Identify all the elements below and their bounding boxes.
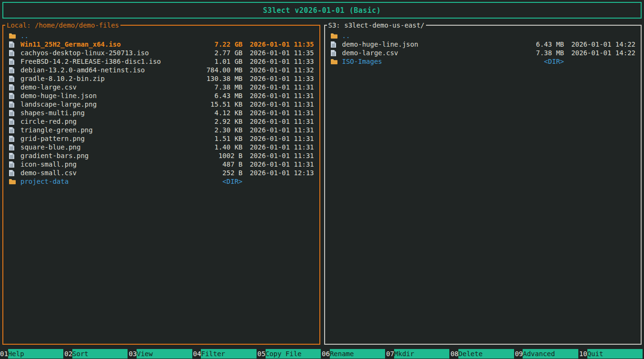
- fkey-label: Rename: [330, 349, 385, 359]
- file-row[interactable]: cachyos-desktop-linux-250713.iso2.77 GB2…: [6, 49, 314, 57]
- file-name: ISO-Images: [342, 57, 503, 66]
- fkey-label: Copy File: [266, 349, 321, 359]
- file-row[interactable]: demo-huge-line.json6.43 MB2026-01-01 11:…: [6, 91, 314, 100]
- file-size: 252 B: [181, 169, 243, 177]
- file-icon: [328, 41, 342, 48]
- fkey-copy-file[interactable]: 05Copy File: [258, 349, 321, 359]
- file-name: Win11_25H2_German_x64.iso: [20, 40, 181, 49]
- file-size: <DIR>: [502, 57, 564, 66]
- file-date: 2026-01-01 11:35: [243, 40, 314, 49]
- file-size: 1002 B: [181, 151, 243, 160]
- file-name: triangle-green.png: [20, 126, 181, 134]
- file-icon: [6, 93, 20, 99]
- fkey-sort[interactable]: 02Sort: [64, 349, 128, 359]
- fkey-number: 02: [64, 349, 72, 359]
- function-key-bar: 01Help02Sort03View04Filter05Copy File06R…: [0, 349, 644, 359]
- fkey-number: 05: [258, 349, 266, 359]
- fkey-label: Filter: [201, 349, 256, 359]
- file-row[interactable]: shapes-multi.png4.12 KB2026-01-01 11:31: [6, 109, 314, 117]
- file-name: demo-large.csv: [342, 49, 503, 57]
- app-title: S3lect v2026-01-01 (Basic): [263, 6, 381, 15]
- file-date: 2026-01-01 11:33: [243, 57, 314, 66]
- file-size: 2.92 KB: [181, 117, 243, 126]
- file-name: landscape-large.png: [20, 100, 181, 109]
- file-size: 6.43 MB: [181, 91, 243, 100]
- folder-icon: [6, 33, 20, 39]
- dir-row[interactable]: ..: [6, 31, 314, 40]
- file-row[interactable]: icon-small.png487 B2026-01-01 11:31: [6, 160, 314, 169]
- file-icon: [6, 50, 20, 56]
- file-row[interactable]: demo-large.csv7.38 MB2026-01-01 11:31: [6, 83, 314, 91]
- file-date: 2026-01-01 11:35: [243, 49, 314, 57]
- file-row[interactable]: grid-pattern.png1.51 KB2026-01-01 11:31: [6, 134, 314, 143]
- file-date: 2026-01-01 11:33: [243, 74, 314, 83]
- file-row[interactable]: landscape-large.png15.51 KB2026-01-01 11…: [6, 100, 314, 109]
- file-size: 1.01 GB: [181, 57, 243, 66]
- file-date: 2026-01-01 11:31: [243, 117, 314, 126]
- file-icon: [6, 144, 20, 150]
- fkey-label: Advanced: [523, 349, 578, 359]
- file-icon: [6, 76, 20, 82]
- fkey-label: Mkdir: [394, 349, 449, 359]
- folder-icon: [328, 33, 342, 39]
- file-name: ..: [342, 31, 503, 40]
- file-name: demo-small.csv: [20, 169, 181, 177]
- dir-row[interactable]: project-data<DIR>: [6, 177, 314, 186]
- fkey-number: 04: [193, 349, 201, 359]
- file-row[interactable]: demo-large.csv7.38 MB2026-01-01 14:22: [328, 49, 636, 57]
- file-size: 2.30 KB: [181, 126, 243, 134]
- fkey-view[interactable]: 03View: [129, 349, 192, 359]
- file-icon: [6, 41, 20, 48]
- fkey-delete[interactable]: 08Delete: [450, 349, 514, 359]
- file-size: 130.38 MB: [181, 74, 243, 83]
- dir-row[interactable]: ISO-Images<DIR>: [328, 57, 636, 66]
- fkey-number: 03: [129, 349, 137, 359]
- file-row[interactable]: gradle-8.10.2-bin.zip130.38 MB2026-01-01…: [6, 74, 314, 83]
- file-row[interactable]: gradient-bars.png1002 B2026-01-01 11:31: [6, 151, 314, 160]
- file-row[interactable]: demo-small.csv252 B2026-01-01 12:13: [6, 169, 314, 177]
- file-row[interactable]: FreeBSD-14.2-RELEASE-i386-disc1.iso1.01 …: [6, 57, 314, 66]
- file-size: 1.40 KB: [181, 143, 243, 151]
- file-row[interactable]: Win11_25H2_German_x64.iso7.22 GB2026-01-…: [6, 40, 314, 49]
- file-row[interactable]: debian-13.2.0-amd64-netinst.iso784.00 MB…: [6, 66, 314, 74]
- s3-panel-title: S3: s3lect-demo-us-east/: [327, 21, 426, 30]
- file-date: 2026-01-01 14:22: [564, 40, 635, 49]
- file-date: 2026-01-01 11:31: [243, 109, 314, 117]
- fkey-rename[interactable]: 06Rename: [322, 349, 385, 359]
- file-name: FreeBSD-14.2-RELEASE-i386-disc1.iso: [20, 57, 181, 66]
- fkey-quit[interactable]: 10Quit: [579, 349, 643, 359]
- file-size: 4.12 KB: [181, 109, 243, 117]
- file-row[interactable]: square-blue.png1.40 KB2026-01-01 11:31: [6, 143, 314, 151]
- file-icon: [6, 136, 20, 142]
- fkey-label: Quit: [587, 349, 643, 359]
- file-name: demo-huge-line.json: [342, 40, 503, 49]
- file-row[interactable]: triangle-green.png2.30 KB2026-01-01 11:3…: [6, 126, 314, 134]
- file-row[interactable]: circle-red.png2.92 KB2026-01-01 11:31: [6, 117, 314, 126]
- fkey-label: View: [137, 349, 192, 359]
- file-icon: [6, 119, 20, 125]
- file-name: circle-red.png: [20, 117, 181, 126]
- file-icon: [6, 161, 20, 168]
- fkey-help[interactable]: 01Help: [0, 349, 63, 359]
- fkey-filter[interactable]: 04Filter: [193, 349, 257, 359]
- file-icon: [328, 50, 342, 56]
- file-icon: [6, 84, 20, 90]
- fkey-mkdir[interactable]: 07Mkdir: [386, 349, 449, 359]
- file-size: 6.43 MB: [502, 40, 564, 49]
- fkey-advanced[interactable]: 09Advanced: [515, 349, 578, 359]
- fkey-label: Sort: [72, 349, 128, 359]
- file-icon: [6, 101, 20, 108]
- dir-row[interactable]: ..: [328, 31, 636, 40]
- fkey-number: 06: [322, 349, 330, 359]
- file-date: 2026-01-01 14:22: [564, 49, 635, 57]
- file-row[interactable]: demo-huge-line.json6.43 MB2026-01-01 14:…: [328, 40, 636, 49]
- file-date: 2026-01-01 11:31: [243, 83, 314, 91]
- file-date: 2026-01-01 12:13: [243, 169, 314, 177]
- file-icon: [6, 59, 20, 65]
- file-size: 1.51 KB: [181, 134, 243, 143]
- s3-file-list: ..demo-huge-line.json6.43 MB2026-01-01 1…: [328, 31, 636, 66]
- folder-icon: [328, 59, 342, 64]
- file-name: gradient-bars.png: [20, 151, 181, 160]
- file-icon: [6, 153, 20, 159]
- file-icon: [6, 110, 20, 116]
